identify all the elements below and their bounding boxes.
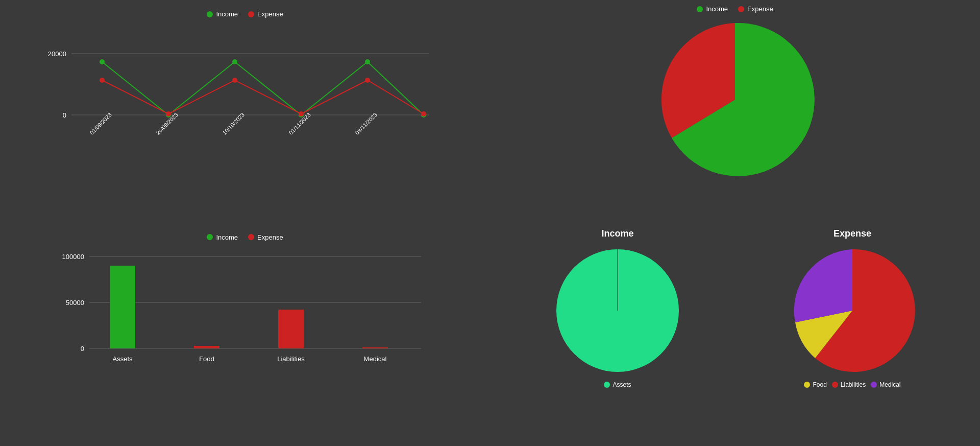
line-chart-svg: 20000 0 01/09/2023 26/09/202 xyxy=(41,23,449,186)
expense-dot-3 xyxy=(232,78,237,83)
expense-legend-item: Expense xyxy=(248,10,283,18)
expense-pie-title: Expense xyxy=(834,228,871,239)
svg-text:100000: 100000 xyxy=(62,253,84,261)
bar-income-label: Income xyxy=(216,233,238,241)
income-label: Income xyxy=(216,10,238,18)
dashboard: Income Expense 20000 0 xyxy=(0,0,980,446)
expense-dot-5 xyxy=(365,78,370,83)
svg-text:0: 0 xyxy=(63,111,66,119)
medical-legend-label: Medical xyxy=(879,381,900,388)
income-dot xyxy=(207,11,213,17)
svg-text:20000: 20000 xyxy=(48,50,66,58)
expense-dot-6 xyxy=(421,111,426,116)
bar-expense-dot xyxy=(248,234,254,240)
liabilities-legend-dot xyxy=(832,382,838,388)
medical-expense-bar xyxy=(362,347,388,348)
income-dot-5 xyxy=(365,59,370,64)
income-pie-title: Income xyxy=(601,228,633,239)
expense-pie-svg xyxy=(786,244,919,377)
medical-legend-item: Medical xyxy=(871,381,900,388)
income-pie-svg xyxy=(551,244,684,377)
medical-legend-dot xyxy=(871,382,877,388)
top-income-legend: Income xyxy=(697,5,728,13)
bar-chart-panel: Income Expense 100000 50000 0 xyxy=(0,223,490,447)
liabilities-legend-label: Liabilities xyxy=(841,381,866,388)
bottom-pie-panel: Income Assets Expense xyxy=(490,223,980,447)
income-dot-3 xyxy=(232,59,237,64)
svg-text:01/09/2023: 01/09/2023 xyxy=(88,111,112,135)
expense-line xyxy=(102,80,424,114)
income-line xyxy=(102,62,424,115)
assets-legend-dot xyxy=(604,382,610,388)
top-income-label: Income xyxy=(706,5,728,13)
assets-income-bar xyxy=(110,266,135,348)
liabilities-legend-item: Liabilities xyxy=(832,381,866,388)
food-legend-dot xyxy=(804,382,810,388)
food-legend-label: Food xyxy=(813,381,826,388)
bar-income-dot xyxy=(207,234,213,240)
expense-dot-1 xyxy=(100,78,105,83)
line-chart-legend: Income Expense xyxy=(207,10,283,18)
expense-dot xyxy=(248,11,254,17)
expense-label: Expense xyxy=(257,10,283,18)
svg-text:08/11/2023: 08/11/2023 xyxy=(354,111,378,135)
assets-legend-item: Assets xyxy=(604,381,631,388)
bar-expense-label: Expense xyxy=(257,233,283,241)
food-legend-item: Food xyxy=(804,381,826,388)
svg-text:0: 0 xyxy=(81,345,84,353)
line-chart-panel: Income Expense 20000 0 xyxy=(0,0,490,223)
assets-legend-label: Assets xyxy=(612,381,631,388)
top-pie-legend: Income Expense xyxy=(697,5,773,13)
expense-pie-legend: Food Liabilities Medical xyxy=(804,381,900,388)
top-expense-label: Expense xyxy=(747,5,773,13)
svg-text:50000: 50000 xyxy=(66,299,84,307)
top-income-dot xyxy=(697,6,703,12)
liabilities-expense-bar xyxy=(278,310,304,348)
expense-pie-section: Expense Food xyxy=(786,228,919,388)
income-dot-1 xyxy=(100,59,105,64)
medical-label: Medical xyxy=(364,355,387,363)
svg-text:10/10/2023: 10/10/2023 xyxy=(221,111,245,135)
top-expense-legend: Expense xyxy=(738,5,773,13)
liabilities-label: Liabilities xyxy=(277,355,305,363)
bar-chart-svg: 100000 50000 0 Assets Food Liabilities M… xyxy=(54,246,436,420)
food-label: Food xyxy=(199,355,214,363)
income-pie-section: Income Assets xyxy=(551,228,684,388)
income-legend-item: Income xyxy=(207,10,238,18)
food-expense-bar xyxy=(194,346,219,348)
income-pie-legend: Assets xyxy=(604,381,631,388)
bar-chart-legend: Income Expense xyxy=(207,233,283,241)
top-pie-svg xyxy=(653,18,817,181)
assets-label: Assets xyxy=(112,355,133,363)
medical-slice xyxy=(794,249,852,322)
bar-expense-legend: Expense xyxy=(248,233,283,241)
top-expense-dot xyxy=(738,6,744,12)
bar-income-legend: Income xyxy=(207,233,238,241)
top-pie-panel: Income Expense xyxy=(490,0,980,223)
